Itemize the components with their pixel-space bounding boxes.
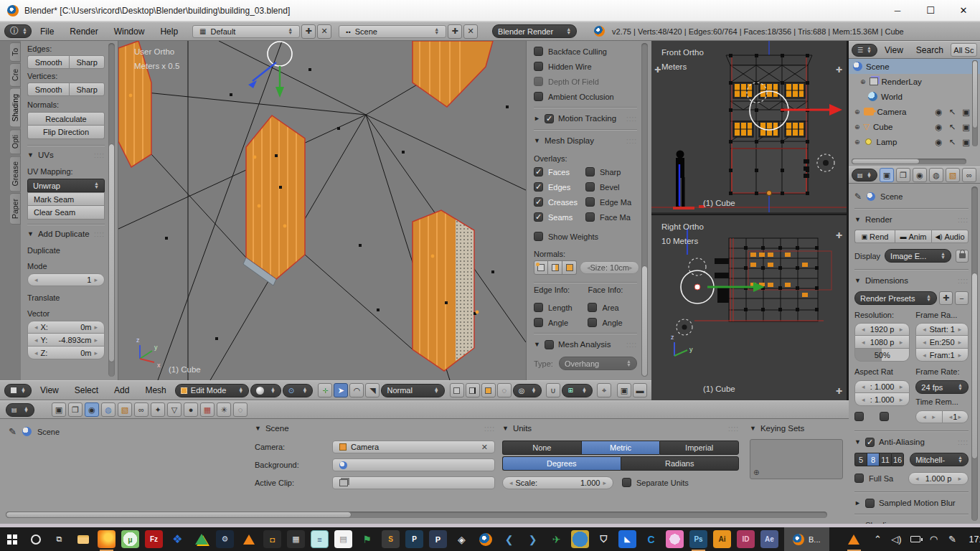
tab-scene-icon[interactable]: ◉ <box>85 402 99 417</box>
units-degrees-button[interactable]: Degrees <box>502 456 621 471</box>
editor-type-3dview-button[interactable]: ▲▼ <box>4 384 32 397</box>
edge-length-row[interactable]: Length <box>534 300 588 315</box>
window-titlebar[interactable]: Blender* [C:\Users\ricord\Desktop\Blende… <box>0 0 980 22</box>
clear-x-icon[interactable]: ✕ <box>481 443 488 452</box>
panel-drag-dots[interactable]: :::: <box>626 115 637 123</box>
display-mode-menu[interactable]: Image E...▲▼ <box>885 249 951 263</box>
tab-physics-icon[interactable]: ◌ <box>233 402 248 417</box>
unity-icon[interactable]: ◈ <box>453 530 471 548</box>
panel-drag-dots[interactable]: :::: <box>484 425 495 433</box>
steam-icon[interactable]: ⚙ <box>216 530 234 548</box>
region-plus-icon[interactable]: ✚ <box>836 231 842 240</box>
menu-help[interactable]: Help <box>153 27 185 37</box>
google-drive-icon[interactable] <box>192 530 210 548</box>
renderable-camera-icon[interactable]: ▣ <box>962 122 970 132</box>
selectable-cursor-icon[interactable]: ↖ <box>948 137 956 147</box>
face-area-row[interactable]: Area <box>588 300 637 315</box>
selectable-cursor-icon[interactable]: ↖ <box>948 122 956 132</box>
time-remap-new-field[interactable]: ◂1▸ <box>943 410 969 423</box>
shading-panel-header[interactable]: ► Shading:::: <box>854 517 969 524</box>
pin-icon[interactable]: ✎ <box>9 426 17 437</box>
vlc-icon[interactable] <box>240 530 258 548</box>
npanel-scrollbar[interactable] <box>641 43 648 377</box>
blender-active-task[interactable]: B... <box>784 527 829 551</box>
mesh-menu[interactable]: Mesh <box>138 385 173 395</box>
vlc-running-icon[interactable] <box>845 530 863 548</box>
overlay-face-marks-row[interactable]: Face Ma <box>585 209 637 225</box>
outliner-h-scrollbar[interactable] <box>852 159 966 164</box>
separate-units-row[interactable]: Separate Units <box>622 475 689 490</box>
notepad-icon[interactable]: ≡ <box>311 530 329 548</box>
tab-paper[interactable]: Paper <box>10 193 21 225</box>
powerpoint-icon[interactable]: P <box>429 530 447 548</box>
keying-sets-list[interactable]: ⊕ <box>750 439 843 479</box>
tab-object-icon[interactable]: ▧ <box>946 168 960 182</box>
add-duplicate-panel-header[interactable]: ▼ Add Duplicate:::: <box>27 226 105 242</box>
dropbox-icon[interactable]: ❖ <box>169 530 187 548</box>
split-normals-toggle-icon[interactable] <box>548 260 562 275</box>
aa-samples-16-button[interactable]: 16 <box>891 453 904 466</box>
outliner-view-menu[interactable]: View <box>879 45 909 55</box>
overlay-edges-row[interactable]: Edges <box>534 179 585 194</box>
outliner-search-menu[interactable]: Search <box>910 45 949 55</box>
time-remap-old-field[interactable]: ◂▸ <box>915 410 942 423</box>
frame-step-field[interactable]: ◂Fram:1▸ <box>915 349 969 362</box>
tab-render-layers-icon[interactable]: ❐ <box>68 402 83 417</box>
visual-studio-2-icon[interactable]: ❯ <box>524 530 542 548</box>
mesh-analysis-panel-header[interactable]: ▼ Mesh Analysis:::: <box>534 336 637 352</box>
menu-window[interactable]: Window <box>107 27 152 37</box>
manipulate-origins-toggle[interactable]: ⌖ <box>597 383 611 397</box>
editor-type-info-button[interactable]: ⓘ▲▼ <box>4 24 32 38</box>
cinema-app-icon[interactable]: C <box>642 530 660 548</box>
aa-samples-5-button[interactable]: 5 <box>854 453 867 466</box>
outliner-row-lamp[interactable]: ⊕ Lamp ◉ ↖ ▣ <box>849 134 980 149</box>
expand-plus-icon[interactable]: ⊕ <box>854 123 860 131</box>
translate-manipulator-toggle[interactable]: ➤ <box>334 383 348 397</box>
checkbox-icon[interactable] <box>534 47 543 56</box>
aspect-x-field[interactable]: ◂: 1.000▸ <box>854 380 910 393</box>
region-plus-icon[interactable]: ✚ <box>836 387 842 396</box>
panel-drag-dots[interactable]: :::: <box>958 438 969 446</box>
checkbox-icon[interactable] <box>534 167 543 176</box>
checkbox-icon[interactable] <box>854 474 864 483</box>
tab-modifiers-icon[interactable]: ✦ <box>151 402 165 417</box>
tab-render-icon[interactable]: ▣ <box>52 402 66 417</box>
tab-particles-icon[interactable]: ✳ <box>217 402 231 417</box>
filter-size-field[interactable]: ◂1.000 p▸ <box>908 472 969 485</box>
mapping-app-icon[interactable]: ✈ <box>547 530 565 548</box>
render-engine-selector[interactable]: Blender Render▲▼ <box>492 24 577 38</box>
checkbox-icon[interactable] <box>534 62 543 71</box>
toolshelf-scrollbar[interactable] <box>108 43 115 377</box>
tab-world-icon[interactable]: ◍ <box>929 168 943 182</box>
units-none-button[interactable]: None <box>502 441 581 455</box>
add-keying-set-icon[interactable]: ⊕ <box>753 468 759 476</box>
snap-toggle[interactable]: ∪ <box>546 383 560 397</box>
face-select-toggle[interactable] <box>481 383 496 397</box>
tab-shading[interactable]: Shading <box>10 88 21 128</box>
checkbox-icon[interactable] <box>585 212 595 222</box>
clock[interactable]: 17:44 <box>962 534 980 545</box>
editor-type-properties-button[interactable]: ▤▲▼ <box>852 169 877 182</box>
dimensions-panel-header[interactable]: ▼ Dimensions:::: <box>854 273 969 288</box>
visibility-eye-icon[interactable]: ◉ <box>935 137 942 147</box>
resolution-percentage-slider[interactable]: 50% <box>854 349 910 362</box>
overlay-sharp-row[interactable]: Sharp <box>585 164 637 179</box>
motion-tracking-panel-header[interactable]: ► Motion Tracking:::: <box>534 110 637 126</box>
tray-expand-chevron-icon[interactable]: ⌃ <box>869 527 887 551</box>
units-panel-header[interactable]: ▼ Units:::: <box>502 420 739 436</box>
delete-scene-button[interactable]: ✕ <box>463 24 478 39</box>
outliner-row-camera[interactable]: ⊕ Camera ◉ ↖ ▣ <box>849 104 980 119</box>
resolution-y-field[interactable]: ◂1080 p▸ <box>854 336 910 349</box>
pivot-point-selector[interactable]: ⊙▲▼ <box>283 384 314 397</box>
vertices-sharp-button[interactable]: Sharp <box>69 83 105 96</box>
render-panel-header[interactable]: ▼ Render:::: <box>854 212 969 227</box>
close-button[interactable]: ✕ <box>947 0 980 21</box>
motion-tracking-checkbox[interactable] <box>545 114 554 123</box>
outliner-row-cube[interactable]: ⊕ ▽ Cube ◉ ↖ ▣ <box>849 119 980 134</box>
utorrent-icon[interactable]: µ <box>121 530 139 548</box>
overlay-creases-row[interactable]: Creases <box>534 194 585 209</box>
checkbox-icon[interactable] <box>585 167 595 176</box>
backface-culling-row[interactable]: Backface Culling <box>534 44 637 59</box>
filezilla-icon[interactable]: Fz <box>145 530 163 548</box>
checkbox-icon[interactable] <box>534 182 543 192</box>
